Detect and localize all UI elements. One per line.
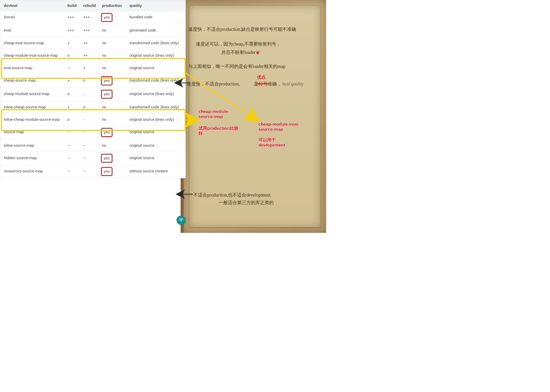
- cell-build: +: [64, 74, 80, 87]
- cell-build: +++: [64, 11, 80, 24]
- cell-rebuild: -: [80, 113, 98, 126]
- th-rebuild: rebuild: [80, 0, 98, 11]
- table-row: cheap-module-source-mapo-yesoriginal sou…: [0, 87, 185, 101]
- cell-rebuild: ++: [80, 37, 98, 49]
- cell-build: --: [64, 152, 80, 165]
- cell-devtool: inline-cheap-module-source-map: [0, 113, 64, 126]
- production-highlight: yes: [101, 167, 112, 176]
- cell-production: yes: [98, 11, 126, 24]
- cell-devtool: source-map: [0, 126, 64, 139]
- table-row: cheap-module-eval-source-mapo++noorigina…: [0, 49, 185, 62]
- cell-quality: bundled code: [126, 11, 185, 24]
- cell-production: yes: [98, 165, 126, 178]
- note-eval: 速度快，不适合production,缺点是映射行号可能不准确: [188, 26, 296, 33]
- table-row: inline-cheap-module-source-mapo-noorigin…: [0, 113, 185, 126]
- table-row: source-map----yesoriginal source: [0, 126, 185, 139]
- th-production: production: [98, 0, 126, 11]
- cell-quality: original source (lines only): [126, 87, 185, 101]
- cell-rebuild: -: [80, 87, 98, 101]
- cell-devtool: cheap-eval-source-map: [0, 37, 64, 49]
- red-label-cms-2: source-map: [198, 114, 223, 119]
- table-row: hidden-source-map----yesoriginal source: [0, 152, 185, 165]
- cell-build: o: [64, 49, 80, 62]
- cell-production: no: [98, 113, 126, 126]
- cell-quality: without source content: [126, 165, 185, 178]
- production-highlight: yes: [101, 154, 112, 163]
- red-label-cmes-3: 可以用于: [258, 137, 276, 143]
- note-inline-a: 不适合production,也不适合development,: [193, 192, 271, 199]
- note-cheap-module-eval: 与上面相似，唯一不同的是会有loader相关的map: [188, 63, 285, 70]
- fab-button[interactable]: [177, 216, 186, 225]
- production-highlight: yes: [101, 90, 112, 99]
- strike-through: [256, 83, 269, 84]
- table-row: eval-source-map--+nooriginal source: [0, 62, 185, 74]
- note-advantage-label: 优点: [257, 74, 266, 80]
- cell-quality: original source: [126, 152, 185, 165]
- cell-build: --: [64, 139, 80, 152]
- cell-production: no: [98, 49, 126, 62]
- production-highlight: yes: [101, 76, 112, 85]
- cell-build: --: [64, 126, 80, 139]
- production-highlight: yes: [101, 13, 112, 22]
- cell-build: o: [64, 113, 80, 126]
- cell-devtool: cheap-source-map: [0, 74, 64, 87]
- red-label-cmes-1: cheap-module-eval-: [258, 122, 299, 127]
- cell-devtool: cheap-module-source-map: [0, 87, 64, 101]
- cell-rebuild: --: [80, 139, 98, 152]
- red-label-cms-3: 试用production比较: [198, 126, 238, 131]
- th-quality: quality: [126, 0, 185, 11]
- cell-rebuild: --: [80, 165, 98, 178]
- th-build: build: [64, 0, 80, 11]
- cell-devtool: hidden-source-map: [0, 152, 64, 165]
- cell-build: o: [64, 87, 80, 101]
- table-row: cheap-source-map+oyestransformed code (l…: [0, 74, 185, 87]
- note-eval-source-map: 速度慢，不适合production, 是行号准确， best quality: [187, 81, 304, 87]
- cell-build: --: [64, 165, 80, 178]
- cell-production: yes: [98, 74, 126, 87]
- cell-quality: transformed code (lines only): [126, 37, 185, 49]
- cell-production: no: [98, 24, 126, 37]
- production-highlight: yes: [101, 128, 112, 137]
- cell-build: +: [64, 37, 80, 49]
- cell-rebuild: +: [80, 62, 98, 74]
- cell-build: +++: [64, 24, 80, 37]
- cell-production: yes: [98, 152, 126, 165]
- note-cheap-eval-b: 并且不映射loader❦: [221, 48, 260, 56]
- cell-rebuild: --: [80, 152, 98, 165]
- cell-production: no: [98, 101, 126, 113]
- cell-devtool: inline-cheap-source-map: [0, 101, 64, 113]
- cell-production: no: [98, 139, 126, 152]
- table-row: nosources-source-map----yeswithout sourc…: [0, 165, 185, 178]
- cell-production: no: [98, 37, 126, 49]
- cell-rebuild: --: [80, 126, 98, 139]
- cell-quality: original source: [126, 139, 185, 152]
- table-row: eval++++++nogenerated code: [0, 24, 185, 37]
- cell-rebuild: o: [80, 101, 98, 113]
- cell-devtool: inline-source-map: [0, 139, 64, 152]
- cell-quality: transformed code (lines only): [126, 74, 185, 87]
- cell-production: yes: [98, 87, 126, 101]
- cell-devtool: (none): [0, 11, 64, 24]
- table-row: cheap-eval-source-map+++notransformed co…: [0, 37, 185, 49]
- cell-devtool: nosources-source-map: [0, 165, 64, 178]
- cell-devtool: eval-source-map: [0, 62, 64, 74]
- th-devtool: devtool: [0, 0, 64, 11]
- cell-devtool: eval: [0, 24, 64, 37]
- cell-rebuild: o: [80, 74, 98, 87]
- cell-rebuild: +++: [80, 24, 98, 37]
- cell-devtool: cheap-module-eval-source-map: [0, 49, 64, 62]
- cell-quality: original source (lines only): [126, 49, 185, 62]
- cell-build: --: [64, 62, 80, 74]
- cell-rebuild: +++: [80, 11, 98, 24]
- cell-quality: transformed code (lines only): [126, 101, 185, 113]
- table-row: inline-cheap-source-map+onotransformed c…: [0, 101, 185, 113]
- note-inline-b: 一般适合第三方的库之类的: [219, 199, 274, 206]
- cell-rebuild: ++: [80, 49, 98, 62]
- cell-build: +: [64, 101, 80, 113]
- red-label-cms-1: cheap-module-: [198, 109, 229, 114]
- cell-quality: original source (lines only): [126, 113, 185, 126]
- cell-quality: generated code: [126, 24, 185, 37]
- cell-production: yes: [98, 126, 126, 139]
- red-label-cmes-2: source-map: [258, 127, 283, 132]
- table-row: inline-source-map----nooriginal source: [0, 139, 185, 152]
